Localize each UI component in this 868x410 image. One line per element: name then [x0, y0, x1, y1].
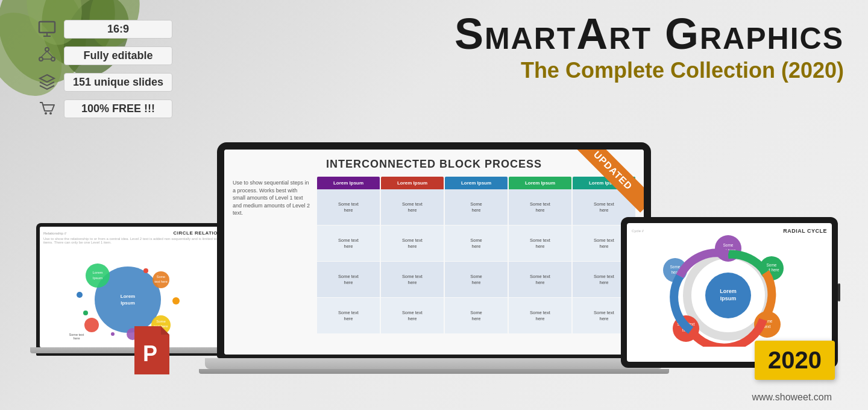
block-col-3: Lorem Ipsum Somehere Somehere Somehere S… [445, 177, 508, 333]
block-cell: Some texthere [381, 189, 444, 225]
monitor-icon [36, 18, 58, 40]
block-cell: Some texthere [317, 226, 380, 261]
svg-point-9 [45, 48, 49, 51]
block-col-4: Lorem Ipsum Some texthere Some texthere … [509, 177, 571, 333]
svg-text:Lorem: Lorem [720, 288, 737, 294]
svg-text:here: here [73, 336, 80, 340]
svg-line-12 [41, 51, 47, 57]
svg-point-21 [86, 263, 110, 288]
block-cell: Some texthere [317, 189, 380, 225]
block-cell: Some texthere [381, 226, 444, 261]
svg-marker-15 [40, 75, 54, 82]
radial-diagram: Lorem Ipsum Some text here Some text her… [632, 235, 827, 350]
svg-rect-6 [39, 22, 55, 33]
radial-subtitle: Cycle // [632, 229, 644, 233]
svg-point-27 [84, 318, 99, 332]
block-header-3: Lorem Ipsum [445, 177, 508, 189]
badge-label-editable: Fully editable [64, 46, 172, 65]
block-cell: Some texthere [317, 262, 380, 297]
block-cell: Somehere [445, 262, 508, 297]
svg-line-13 [47, 51, 53, 57]
svg-point-11 [51, 57, 55, 61]
svg-text:Ipsum: Ipsum [121, 300, 135, 306]
year-label: 2020 [768, 347, 822, 373]
block-header-2: Lorem Ipsum [381, 177, 444, 189]
block-cell: Some texthere [509, 262, 571, 297]
block-cell: Somehere [445, 226, 508, 261]
block-cell: Some texthere [509, 189, 571, 225]
info-badges: 16:9 Fully editable 151 unique slides [36, 18, 172, 119]
svg-text:Lorem: Lorem [92, 271, 102, 274]
laptop-base [205, 358, 663, 369]
svg-text:Ipsum: Ipsum [720, 295, 737, 301]
svg-text:Some: Some [156, 320, 166, 323]
year-badge: 2020 [755, 341, 835, 380]
block-cell: Some texthere [381, 262, 444, 297]
svg-point-35 [172, 297, 180, 304]
svg-point-32 [77, 292, 83, 298]
ppt-icon: P [130, 326, 172, 380]
badge-label-ratio: 16:9 [64, 20, 172, 39]
svg-text:Some: Some [767, 263, 777, 267]
svg-text:Some: Some [723, 243, 734, 247]
block-cell: Some texthere [509, 298, 571, 333]
block-col-2: Lorem Ipsum Some texthere Some texthere … [381, 177, 444, 333]
svg-point-17 [49, 112, 52, 115]
tablet-button [838, 283, 840, 301]
main-title: SmartArt Graphics [454, 12, 844, 55]
laptop-foot [199, 369, 669, 374]
block-cell: Some texthere [381, 298, 444, 333]
svg-point-33 [83, 311, 88, 315]
svg-text:P: P [143, 341, 157, 366]
block-cell: Some texthere [317, 298, 380, 333]
badge-label-slides: 151 unique slides [64, 73, 172, 92]
badge-row-slides: 151 unique slides [36, 71, 172, 93]
layers-icon [36, 71, 58, 93]
badge-row-free: 100% FREE !!! [36, 98, 172, 119]
title-area: SmartArt Graphics The Complete Collectio… [454, 12, 844, 83]
radial-title: RADIAL CYCLE [783, 228, 827, 234]
block-rows-4: Some texthere Some texthere Some texther… [509, 189, 571, 333]
circle-subtitle: Relationship // [43, 232, 66, 235]
updated-ribbon: UPDATED [571, 150, 644, 222]
block-rows-2: Some texthere Some texthere Some texther… [381, 189, 444, 333]
slide-description: Use to show sequential steps in a proces… [233, 177, 317, 333]
subtitle: The Complete Collection (2020) [454, 58, 844, 83]
block-header-4: Lorem Ipsum [509, 177, 571, 189]
block-rows-1: Some texthere Some texthere Some texther… [317, 189, 380, 333]
website-url: www.showeet.com [752, 392, 832, 403]
block-rows-3: Somehere Somehere Somehere Somehere [445, 189, 508, 333]
svg-text:Some: Some [157, 275, 165, 279]
laptop-container: UPDATED INTERCONNECTED BLOCK PROCESS Use… [217, 142, 651, 374]
cart-icon [36, 98, 58, 119]
nodes-icon [36, 45, 58, 66]
block-col-1: Lorem Ipsum Some texthere Some texthere … [317, 177, 380, 333]
svg-point-36 [111, 332, 115, 336]
svg-text:Some: Some [670, 265, 681, 269]
badge-label-free: 100% FREE !!! [64, 99, 172, 118]
svg-point-16 [45, 112, 47, 115]
laptop-screen-inner: UPDATED INTERCONNECTED BLOCK PROCESS Use… [224, 150, 644, 355]
updated-ribbon-label: UPDATED [571, 150, 644, 213]
laptop-screen-outer: UPDATED INTERCONNECTED BLOCK PROCESS Use… [217, 142, 651, 358]
svg-text:text here: text here [154, 280, 167, 283]
badge-row-ratio: 16:9 [36, 18, 172, 40]
block-cell: Somehere [445, 189, 508, 225]
svg-text:Ipsum: Ipsum [93, 276, 102, 280]
badge-row-editable: Fully editable [36, 45, 172, 66]
block-header-1: Lorem Ipsum [317, 177, 380, 189]
block-cell: Somehere [445, 298, 508, 333]
svg-point-10 [39, 57, 43, 61]
svg-text:Lorem: Lorem [121, 294, 135, 299]
svg-point-34 [143, 268, 148, 273]
block-cell: Some texthere [509, 226, 571, 261]
